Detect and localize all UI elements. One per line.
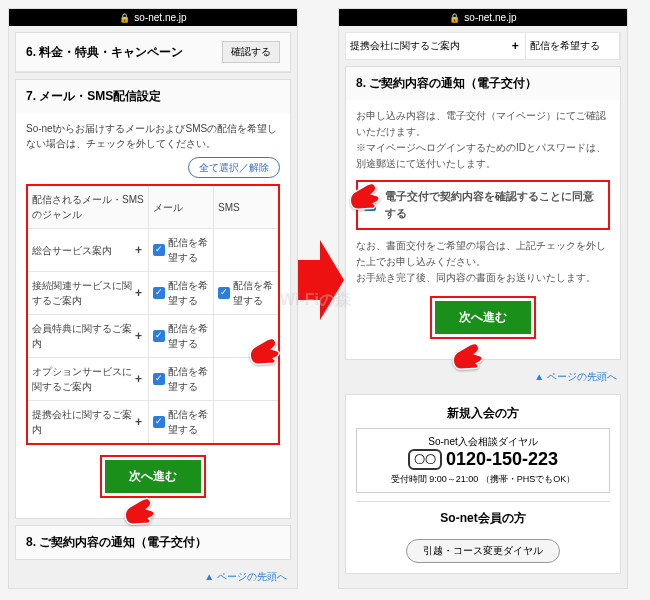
freedial-icon: 〇〇 <box>408 449 442 470</box>
url-text: so-net.ne.jp <box>464 12 516 23</box>
section-8-title: 8. ご契約内容の通知（電子交付） <box>356 75 537 92</box>
expand-icon[interactable]: + <box>133 284 144 302</box>
expand-icon[interactable]: + <box>510 39 521 53</box>
url-text: so-net.ne.jp <box>134 12 186 23</box>
proceed-button[interactable]: 次へ進む <box>435 301 531 334</box>
expand-icon[interactable]: + <box>133 413 144 431</box>
section-7-desc: So-netからお届けするメールおよびSMSの配信を希望しない場合は、チェックを… <box>26 121 280 151</box>
member-title: So-net会員の方 <box>356 501 610 527</box>
change-dial-button[interactable]: 引越・コース変更ダイヤル <box>406 539 560 563</box>
pointer-hand-icon <box>345 175 383 213</box>
section-8-title: 8. ご契約内容の通知（電子交付） <box>26 534 207 551</box>
section-7-title: 7. メール・SMS配信設定 <box>26 88 161 105</box>
proceed-button[interactable]: 次へ進む <box>105 460 201 493</box>
up-triangle-icon: ▲ <box>534 371 544 382</box>
sec8-p1: お申し込み内容は、電子交付（マイページ）にてご確認いただけます。 <box>356 108 610 140</box>
table-row: 提携会社に関するご案内+ ✓配信を希望する <box>28 400 278 443</box>
checkbox-icon[interactable]: ✓ <box>218 287 230 299</box>
table-row: 総合サービス案内+ ✓配信を希望する <box>28 228 278 271</box>
sec8-p3: なお、書面交付をご希望の場合は、上記チェックを外した上でお申し込みください。 <box>356 238 610 270</box>
table-header: 配信されるメール・SMSのジャンル メール SMS <box>28 186 278 228</box>
sec8-p2: ※マイページへログインするためのIDとパスワードは、別途郵送にて送付いたします。 <box>356 140 610 172</box>
table-row: 接続関連サービスに関するご案内+ ✓配信を希望する ✓配信を希望する <box>28 271 278 314</box>
checkbox-icon[interactable]: ✓ <box>153 287 165 299</box>
reception-hours: 受付時間 9:00～21:00 （携帯・PHSでもOK） <box>363 473 603 486</box>
confirm-button[interactable]: 確認する <box>222 41 280 63</box>
sec8-p4: お手続き完了後、同内容の書面をお送りいたします。 <box>356 270 610 286</box>
right-panel: 🔒 so-net.ne.jp 提携会社に関するご案内+ 配信を希望する 8. ご… <box>338 8 628 589</box>
agree-row: ✓ 電子交付で契約内容を確認することに同意する <box>356 180 610 230</box>
section-7: 7. メール・SMS配信設定 So-netからお届けするメールおよびSMSの配信… <box>15 79 291 519</box>
lock-icon: 🔒 <box>449 13 460 23</box>
checkbox-icon[interactable]: ✓ <box>153 416 165 428</box>
new-member-box: 新規入会の方 So-net入会相談ダイヤル 〇〇 0120-150-223 受付… <box>345 394 621 574</box>
pointer-hand-icon <box>245 330 283 368</box>
checkbox-icon[interactable]: ✓ <box>153 330 165 342</box>
new-member-title: 新規入会の方 <box>356 405 610 422</box>
checkbox-icon[interactable]: ✓ <box>153 244 165 256</box>
lock-icon: 🔒 <box>119 13 130 23</box>
dial-box: So-net入会相談ダイヤル 〇〇 0120-150-223 受付時間 9:00… <box>356 428 610 493</box>
col-genre: 配信されるメール・SMSのジャンル <box>28 186 149 228</box>
partner-row: 提携会社に関するご案内+ 配信を希望する <box>345 32 621 60</box>
section-8-right: 8. ご契約内容の通知（電子交付） お申し込み内容は、電子交付（マイページ）にて… <box>345 66 621 360</box>
big-arrow-icon <box>298 240 344 320</box>
browser-url-bar: 🔒 so-net.ne.jp <box>9 9 297 26</box>
pointer-hand-icon <box>448 335 486 373</box>
section-6: 6. 料金・特典・キャンペーン 確認する <box>15 32 291 73</box>
browser-url-bar: 🔒 so-net.ne.jp <box>339 9 627 26</box>
table-row: オプションサービスに関するご案内+ ✓配信を希望する <box>28 357 278 400</box>
phone-number: 0120-150-223 <box>446 449 558 470</box>
expand-icon[interactable]: + <box>133 370 144 388</box>
dial-label: So-net入会相談ダイヤル <box>363 435 603 449</box>
pointer-hand-icon <box>120 490 158 528</box>
col-mail: メール <box>149 186 214 228</box>
checkbox-icon[interactable]: ✓ <box>153 373 165 385</box>
section-6-title: 6. 料金・特典・キャンペーン <box>26 44 183 61</box>
delivery-table: 配信されるメール・SMSのジャンル メール SMS 総合サービス案内+ ✓配信を… <box>26 184 280 445</box>
expand-icon[interactable]: + <box>133 327 144 345</box>
col-sms: SMS <box>214 186 278 228</box>
page-top-link[interactable]: ▲ ページの先頭へ <box>9 566 297 588</box>
up-triangle-icon: ▲ <box>204 571 214 582</box>
table-row: 会員特典に関するご案内+ ✓配信を希望する <box>28 314 278 357</box>
agree-label: 電子交付で契約内容を確認することに同意する <box>385 188 602 222</box>
toggle-all-button[interactable]: 全て選択／解除 <box>188 157 280 178</box>
expand-icon[interactable]: + <box>133 241 144 259</box>
section-8-left: 8. ご契約内容の通知（電子交付） <box>15 525 291 560</box>
